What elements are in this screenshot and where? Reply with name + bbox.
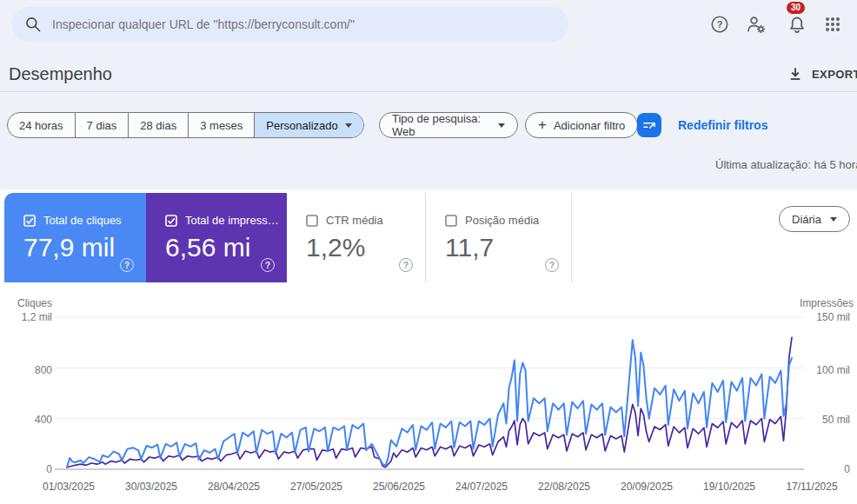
card-value: 77,9 mil [23,233,115,262]
help-button[interactable]: ? [702,7,737,42]
range-28-dias[interactable]: 28 dias [129,113,189,137]
svg-text:?: ? [717,19,723,30]
performance-line-chart[interactable] [55,315,804,471]
plus-icon: + [538,116,547,134]
user-settings-button[interactable] [739,7,774,42]
range-3-meses[interactable]: 3 meses [189,113,255,137]
range-personalizado[interactable]: Personalizado [255,113,362,137]
apps-grid-icon [824,16,841,33]
download-icon [787,66,803,82]
person-gear-icon [746,14,767,35]
x-axis-label: 17/11/2025 [775,481,848,493]
impressions-line [67,337,792,467]
help-icon[interactable]: ? [545,258,559,272]
right-axis-tick: 0 [800,463,850,475]
card-label: CTR média [326,214,383,227]
last-update-text: Última atualização: há 5 horas [715,158,857,171]
tune-sliders-arrow-icon [641,117,657,133]
url-inspect-searchbar[interactable] [12,7,568,42]
caret-down-icon [345,123,352,128]
x-axis-label: 22/08/2025 [528,481,601,493]
apps-grid-button[interactable] [815,7,850,42]
card-value: 6,56 mi [165,233,250,262]
help-icon[interactable]: ? [261,258,275,272]
range-personalizado-label: Personalizado [266,119,337,132]
x-axis-label: 20/09/2025 [610,481,683,493]
search-type-label: Tipo de pesquisa: Web [392,112,491,138]
add-filter-button[interactable]: + Adicionar filtro [525,112,638,138]
export-button[interactable]: EXPORTAR [787,66,857,82]
card-total-impressions[interactable]: Total de impressões 6,56 mi ? [146,193,287,282]
x-axis-label: 19/10/2025 [693,481,766,493]
left-axis-tick: 400 [7,414,52,426]
card-label: Posição média [465,214,539,227]
checkbox-checked-icon[interactable] [23,215,36,227]
granularity-dropdown[interactable]: Diária [779,206,850,232]
bell-icon [787,14,807,35]
help-icon[interactable]: ? [120,258,134,272]
notification-badge: 30 [787,2,805,14]
x-axis-label: 28/04/2025 [197,481,270,493]
date-range-segmented-control: 24 horas 7 dias 28 dias 3 meses Personal… [7,112,364,138]
export-label: EXPORTAR [812,68,857,81]
checkbox-checked-icon[interactable] [165,215,177,227]
reset-filters-link[interactable]: Redefinir filtros [678,118,767,132]
left-axis-title: Cliques [7,297,52,309]
card-value: 11,7 [445,233,494,262]
card-avg-position[interactable]: Posição média 11,7 ? [426,193,572,282]
left-axis-tick: 0 [7,463,52,475]
x-axis-label: 01/03/2025 [32,481,105,493]
range-24-horas[interactable]: 24 horas [8,113,76,137]
checkbox-unchecked-icon[interactable] [306,215,318,227]
range-7-dias[interactable]: 7 dias [76,113,130,137]
help-icon[interactable]: ? [399,258,413,272]
search-type-dropdown[interactable]: Tipo de pesquisa: Web [379,112,518,138]
card-avg-ctr[interactable]: CTR média 1,2% ? [287,193,426,282]
notifications-button[interactable]: 30 [780,7,814,42]
card-label: Total de cliques [43,214,122,227]
page-title: Desempenho [9,64,112,84]
x-axis-label: 25/06/2025 [362,481,435,493]
checkbox-unchecked-icon[interactable] [445,215,457,227]
x-axis-label: 30/03/2025 [115,481,188,493]
card-label: Total de impressões [185,214,282,227]
search-input[interactable] [52,17,539,31]
chart-gridlines [55,317,804,469]
card-value: 1,2% [306,233,365,262]
search-icon [24,16,42,33]
right-axis-tick: 150 mil [800,311,850,323]
x-axis-label: 27/05/2025 [280,481,353,493]
right-axis-tick: 100 mil [800,364,850,376]
left-axis-tick: 1,2 mil [7,311,52,323]
filter-toggle-button[interactable] [637,113,661,137]
right-axis-title: Impressões [800,297,850,309]
granularity-label: Diária [792,213,821,226]
card-total-clicks[interactable]: Total de cliques 77,9 mil ? [4,193,146,282]
x-axis-label: 24/07/2025 [445,481,518,493]
caret-down-icon [498,123,505,128]
caret-down-icon [830,217,837,222]
right-axis-tick: 50 mil [800,414,850,426]
help-icon: ? [710,15,729,34]
add-filter-label: Adicionar filtro [554,119,625,132]
header-divider [0,91,857,92]
left-axis-tick: 800 [7,364,52,376]
